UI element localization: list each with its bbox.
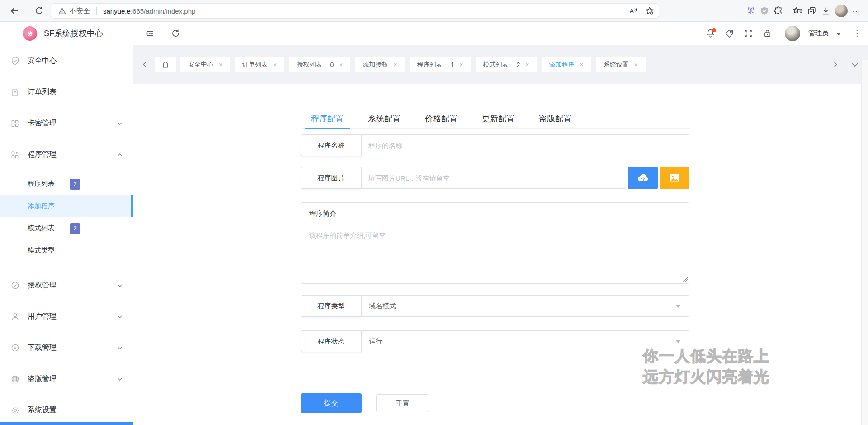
select-caret-icon [675, 340, 681, 343]
refresh-page-icon[interactable] [168, 26, 183, 41]
sidebar-item-label: 下载管理 [28, 343, 57, 353]
browser-menu-icon[interactable]: … [852, 5, 863, 18]
sidebar-item-label: 授权管理 [28, 281, 57, 290]
tabs-menu-chevron-icon[interactable] [849, 57, 861, 72]
sidebar-item-cardkeys[interactable]: 卡密管理 [0, 108, 133, 139]
close-icon[interactable] [580, 62, 584, 68]
user-avatar[interactable] [785, 26, 800, 41]
form-tab-piracy-config[interactable]: 盗版配置 [533, 109, 578, 128]
sidebar-item-label: 盗版管理 [28, 374, 57, 384]
program-name-input[interactable] [362, 134, 689, 156]
sidebar-item-label: 模式列表 [28, 224, 55, 233]
browser-back-icon[interactable] [6, 3, 23, 19]
extension-badge-icon[interactable] [746, 6, 755, 15]
tag-icon[interactable] [722, 26, 737, 41]
scrollbar-track[interactable] [861, 60, 868, 425]
downloads-icon[interactable] [821, 6, 830, 16]
sidebar-item-orders[interactable]: 订单列表 [0, 76, 133, 108]
read-aloud-icon[interactable]: A [629, 6, 639, 15]
form-tab-program-config[interactable]: 程序配置 [305, 109, 350, 128]
program-status-label: 程序状态 [301, 330, 362, 352]
tabs-scroll-left-icon[interactable] [139, 57, 151, 72]
sidebar-item-piracy[interactable]: 盗版管理 [0, 363, 133, 395]
chevron-down-icon [117, 314, 123, 320]
collections-icon[interactable] [807, 6, 816, 16]
tab-auth-list[interactable]: 授权列表0 [289, 57, 350, 72]
selected-value: 域名模式 [369, 302, 396, 310]
divider [788, 6, 788, 15]
tab-security[interactable]: 安全中心 [180, 57, 230, 72]
sidebar-subitem-program-list[interactable]: 程序列表 2 [0, 173, 133, 195]
chevron-down-icon [117, 345, 123, 351]
close-icon[interactable] [273, 62, 277, 68]
grid-plus-icon [11, 151, 20, 159]
sidebar-subitem-mode-list[interactable]: 模式列表 2 [0, 217, 133, 239]
form-tabs: 程序配置 系统配置 价格配置 更新配置 盗版配置 [301, 109, 689, 129]
browser-refresh-icon[interactable] [31, 3, 47, 19]
close-icon[interactable] [393, 62, 397, 68]
sidebar-item-programs[interactable]: 程序管理 [0, 139, 133, 170]
program-status-select[interactable]: 运行 [362, 330, 689, 352]
chevron-down-icon [117, 376, 123, 382]
tab-settings[interactable]: 系统设置 [596, 57, 646, 72]
tab-mode-list[interactable]: 模式列表2 [476, 57, 537, 72]
tab-add-program[interactable]: 添加程序 [542, 57, 591, 72]
sidebar-item-label: 程序列表 [28, 180, 55, 188]
close-icon[interactable] [525, 62, 529, 68]
sidebar: ❀ SF系统授权中心 安全中心 订单列表 卡密管理 [0, 22, 133, 425]
sidebar-subitem-add-program[interactable]: 添加程序 [0, 195, 133, 217]
program-image-url-input[interactable] [362, 167, 626, 189]
program-name-label: 程序名称 [301, 134, 362, 156]
notifications-bell-icon[interactable] [703, 26, 718, 41]
sidebar-item-authorization[interactable]: 授权管理 [0, 270, 133, 301]
upload-image-button[interactable] [628, 167, 658, 189]
form-tab-system-config[interactable]: 系统配置 [362, 109, 407, 128]
tabs-scroll-right-icon[interactable] [829, 57, 841, 72]
program-intro-label: 程序简介 [301, 203, 689, 225]
form-tab-update-config[interactable]: 更新配置 [476, 109, 521, 128]
tab-program-list[interactable]: 程序列表1 [410, 57, 471, 72]
sidebar-item-security[interactable]: 安全中心 [0, 45, 133, 76]
sidebar-subitem-mode-type[interactable]: 模式类型 [0, 239, 133, 262]
resize-handle[interactable] [683, 277, 688, 282]
program-intro-textarea[interactable] [301, 225, 689, 282]
watermark-text: 你一人低头在路上 远方灯火闪亮着光 [643, 345, 769, 387]
chevron-up-icon [117, 152, 123, 158]
fullscreen-icon[interactable] [741, 26, 756, 41]
header-more-icon[interactable]: ⋮ [853, 29, 861, 38]
favorites-bar-icon[interactable] [793, 6, 802, 15]
close-icon[interactable] [459, 62, 463, 68]
notification-dot [712, 28, 716, 32]
tab-count: 2 [517, 61, 520, 68]
user-name[interactable]: 管理员 [808, 29, 829, 38]
tab-orders[interactable]: 订单列表 [235, 57, 284, 72]
view-image-button[interactable] [660, 167, 689, 189]
submit-button[interactable]: 提交 [301, 393, 362, 413]
user-caret-down-icon[interactable] [836, 33, 841, 35]
tab-home[interactable] [155, 57, 176, 72]
close-icon[interactable] [219, 62, 222, 68]
address-bar[interactable]: 不安全 sanyue.e:665/admin/index.php A [51, 3, 659, 19]
extensions-puzzle-icon[interactable] [774, 6, 783, 16]
reset-button[interactable]: 重置 [376, 394, 429, 412]
add-favorite-icon[interactable] [645, 6, 654, 15]
form-tab-price-config[interactable]: 价格配置 [419, 109, 464, 128]
content-panel: 程序配置 系统配置 价格配置 更新配置 盗版配置 程序名称 程序图片 [133, 84, 861, 425]
sidebar-item-label: 用户管理 [28, 312, 57, 321]
close-icon[interactable] [634, 62, 638, 68]
sidebar-item-users[interactable]: 用户管理 [0, 301, 133, 332]
svg-text:A: A [630, 8, 634, 14]
shield-check-icon [11, 57, 20, 65]
program-type-select[interactable]: 域名模式 [362, 295, 689, 317]
collapse-sidebar-icon[interactable] [142, 26, 158, 41]
sidebar-item-downloads[interactable]: 下载管理 [0, 332, 133, 363]
sidebar-item-settings[interactable]: 系统设置 [0, 395, 133, 425]
browser-profile-avatar[interactable] [835, 5, 848, 17]
count-badge: 2 [70, 223, 80, 234]
close-icon[interactable] [339, 62, 343, 68]
defender-shield-icon[interactable] [760, 6, 769, 15]
tab-count: 1 [451, 61, 454, 68]
tab-add-auth[interactable]: 添加授权 [355, 57, 405, 72]
lock-screen-icon[interactable] [760, 26, 775, 41]
page-url[interactable]: sanyue.e:665/admin/index.php [103, 7, 195, 15]
